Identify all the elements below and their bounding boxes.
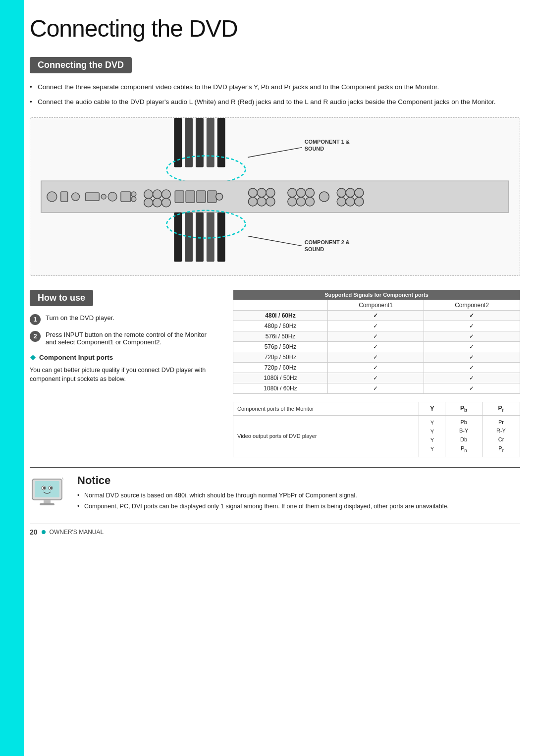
ports-table: Component ports of the Monitor Y Pb Pr V… <box>233 402 520 457</box>
left-accent-bar <box>0 0 24 756</box>
svg-point-14 <box>101 194 106 199</box>
bullet-2: Connect the audio cable to the DVD playe… <box>30 97 520 107</box>
svg-rect-25 <box>175 191 184 203</box>
svg-rect-2 <box>196 118 204 167</box>
svg-point-17 <box>131 192 136 197</box>
svg-rect-27 <box>197 191 206 203</box>
svg-point-40 <box>297 197 306 206</box>
ports-row-2: Video output ports of DVD player YYYY Pb… <box>233 415 520 457</box>
svg-rect-61 <box>40 503 54 505</box>
section1-header: Connecting the DVD <box>30 57 132 73</box>
signals-cell: 480i / 60Hz <box>233 310 328 321</box>
svg-point-21 <box>153 190 162 199</box>
signals-cell: ✓ <box>327 331 424 341</box>
ports-dvd-pr: PrR-YCrPr <box>482 415 520 457</box>
svg-rect-28 <box>208 191 216 203</box>
svg-point-35 <box>266 197 275 206</box>
ports-pr: Pr <box>482 402 520 415</box>
signals-cell: 1080i / 60Hz <box>233 383 328 393</box>
signals-cell: ✓ <box>424 383 520 393</box>
signals-cell: ✓ <box>424 352 520 362</box>
svg-line-6 <box>248 147 302 157</box>
svg-point-20 <box>144 198 153 207</box>
ports-pb: Pb <box>445 402 482 415</box>
svg-point-38 <box>306 188 315 197</box>
intro-bullets: Connect the three separate component vid… <box>30 82 520 108</box>
svg-rect-51 <box>196 212 204 261</box>
footer-label: OWNER'S MANUAL <box>50 529 104 536</box>
svg-point-15 <box>108 192 117 201</box>
svg-rect-49 <box>174 212 182 261</box>
connection-diagram: COMPONENT 1 & SOUND <box>30 117 520 276</box>
step-2: 2 Press INPUT button on the remote contr… <box>30 331 218 346</box>
page-footer: 20 OWNER'S MANUAL <box>30 524 520 540</box>
signals-table-title: Supported Signals for Component ports <box>233 290 520 300</box>
signals-cell: ✓ <box>424 373 520 383</box>
svg-point-23 <box>161 190 170 199</box>
svg-rect-60 <box>44 500 51 504</box>
svg-point-31 <box>257 188 266 197</box>
signals-cell: ✓ <box>327 362 424 373</box>
svg-point-65 <box>50 487 52 489</box>
svg-rect-1 <box>185 118 193 167</box>
page-title: Connecting the DVD <box>30 15 520 42</box>
step-num-1: 1 <box>30 314 41 325</box>
svg-point-47 <box>346 197 355 206</box>
component-input-title: Component Input ports <box>30 354 218 362</box>
signals-cell: 576p / 50Hz <box>233 341 328 352</box>
svg-text:COMPONENT 2 &: COMPONENT 2 & <box>305 239 350 245</box>
svg-point-34 <box>257 197 266 206</box>
signals-cell: 1080i / 50Hz <box>233 373 328 383</box>
step-num-2: 2 <box>30 331 41 342</box>
svg-point-64 <box>43 487 45 489</box>
svg-line-55 <box>248 236 302 246</box>
notice-title: Notice <box>77 474 449 487</box>
ports-label-1: Component ports of the Monitor <box>233 402 419 415</box>
signals-cell: 720p / 60Hz <box>233 362 328 373</box>
svg-point-43 <box>337 188 346 197</box>
svg-point-44 <box>346 188 355 197</box>
signals-cell: ✓ <box>327 321 424 331</box>
notice-icon: ♪ <box>30 474 69 509</box>
notice-section: ♪ Notice Normal DVD source is based on 4… <box>30 467 520 514</box>
page-number: 20 <box>30 528 38 536</box>
svg-rect-4 <box>217 118 225 167</box>
svg-text:SOUND: SOUND <box>305 246 324 252</box>
ports-row-1: Component ports of the Monitor Y Pb Pr <box>233 402 520 415</box>
signals-col-1: Component1 <box>327 300 424 310</box>
svg-point-39 <box>288 197 297 206</box>
signals-cell: 480p / 60Hz <box>233 321 328 331</box>
footer-dot <box>42 530 46 534</box>
svg-point-10 <box>47 192 57 202</box>
section2-header: How to use <box>30 290 93 306</box>
svg-point-12 <box>72 193 80 201</box>
svg-point-46 <box>337 197 346 206</box>
svg-point-48 <box>355 197 364 206</box>
how-to-right: Supported Signals for Component ports Co… <box>233 290 520 457</box>
ports-y: Y <box>419 402 445 415</box>
svg-point-5 <box>166 156 245 183</box>
signals-cell: ✓ <box>424 310 520 321</box>
svg-point-41 <box>306 197 315 206</box>
notice-item-1: Normal DVD source is based on 480i, whic… <box>77 492 449 499</box>
svg-rect-13 <box>85 193 99 201</box>
signals-cell: ✓ <box>424 331 520 341</box>
svg-text:SOUND: SOUND <box>305 145 324 151</box>
ports-dvd-pb: PbB-YDbPn <box>445 415 482 457</box>
svg-point-36 <box>288 188 297 197</box>
how-to-section: How to use 1 Turn on the DVD player. 2 P… <box>30 290 520 457</box>
signals-cell: 576i / 50Hz <box>233 331 328 341</box>
notice-list: Normal DVD source is based on 480i, whic… <box>77 492 449 510</box>
svg-rect-11 <box>61 192 68 202</box>
svg-text:COMPONENT 1 &: COMPONENT 1 & <box>305 138 350 144</box>
svg-point-29 <box>216 193 223 200</box>
svg-point-33 <box>248 197 257 206</box>
step-text-2: Press INPUT button on the remote control… <box>46 331 218 346</box>
svg-rect-16 <box>121 192 131 202</box>
svg-point-18 <box>131 197 136 202</box>
signals-cell: 720p / 50Hz <box>233 352 328 362</box>
signals-cell: ✓ <box>424 341 520 352</box>
svg-rect-3 <box>207 118 214 167</box>
how-to-left: How to use 1 Turn on the DVD player. 2 P… <box>30 290 218 457</box>
signals-cell: ✓ <box>327 341 424 352</box>
